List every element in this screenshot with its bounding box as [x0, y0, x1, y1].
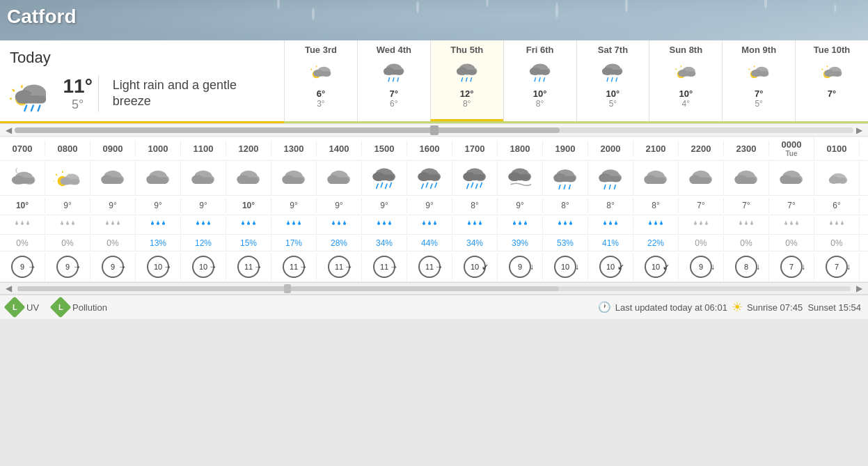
hour-wind-1100: 10→ — [181, 253, 226, 281]
forecast-day-tue3[interactable]: Tue 3rd 6° 3° — [284, 40, 357, 121]
svg-line-145 — [476, 184, 478, 188]
hour-rain-icon-1400 — [317, 217, 362, 233]
forecast-day-sun8[interactable]: Sun 8th 10° 4° — [649, 40, 722, 121]
hour-rain-icon-2200 — [679, 217, 724, 233]
svg-line-129 — [386, 184, 387, 188]
forecast-day-wed4[interactable]: Wed 4th 7° 6° — [357, 40, 430, 121]
hour-rain-pct-1500: 34% — [362, 235, 407, 251]
hour-time-0800: 0800 — [45, 141, 90, 157]
svg-line-35 — [393, 78, 393, 81]
hour-icon-1000 — [136, 162, 181, 195]
hour-icon-1800 — [498, 162, 543, 195]
hour-wind-1200: 11→ — [226, 253, 271, 281]
hour-wind-0000: 7↓ — [769, 253, 814, 281]
hour-time-1800: 1800 — [498, 141, 543, 157]
svg-rect-114 — [237, 177, 258, 184]
pollution-label: Pollution — [72, 302, 107, 313]
scroll-left-arrow-bottom[interactable]: ◀ — [3, 284, 15, 293]
svg-line-163 — [609, 185, 610, 189]
hour-rain-icon-1900 — [543, 217, 588, 233]
svg-marker-222 — [287, 220, 290, 224]
scroll-right-arrow-bottom[interactable]: ▶ — [853, 284, 865, 293]
svg-marker-282 — [740, 220, 742, 224]
hourly-section: 0700080009001000110012001300140015001600… — [0, 137, 868, 282]
scroll-left-arrow[interactable]: ◀ — [3, 125, 15, 135]
svg-marker-230 — [338, 220, 340, 224]
hour-rain-icon-0700 — [0, 217, 45, 233]
hour-wind-1000: 10→ — [136, 253, 181, 281]
last-updated-text: Last updated today at 06:01 — [615, 302, 727, 313]
svg-marker-258 — [559, 220, 561, 224]
hour-rain-pct-1800: 39% — [498, 235, 543, 251]
hour-time-0000: 0000Tue — [769, 137, 814, 160]
forecast-day-name: Wed 4th — [361, 45, 427, 55]
uv-badge-item: L UV — [7, 300, 39, 315]
hour-rain-pct-1200: 15% — [226, 235, 271, 251]
svg-rect-184 — [830, 178, 846, 183]
svg-point-7 — [555, 3, 558, 18]
svg-marker-232 — [344, 220, 346, 224]
svg-marker-204 — [152, 220, 154, 224]
hour-time-2200: 2200 — [679, 141, 724, 157]
svg-marker-276 — [695, 220, 697, 224]
svg-line-128 — [381, 182, 382, 187]
clock-icon: 🕐 — [598, 301, 611, 313]
hour-time-1600: 1600 — [407, 141, 452, 157]
forecast-day-fri6[interactable]: Fri 6th 10° 8° — [503, 40, 576, 121]
hour-rain-icon-0100 — [814, 217, 860, 233]
hour-rain-pct-0800: 0% — [45, 235, 90, 251]
forecast-day-sat7[interactable]: Sat 7th 10° 5° — [576, 40, 649, 121]
forecast-day-name: Thu 5th — [434, 45, 500, 55]
forecast-day-mon9[interactable]: Mon 9th 7° 5° — [722, 40, 795, 121]
svg-marker-198 — [106, 220, 109, 224]
forecast-day-name: Mon 9th — [725, 45, 792, 55]
forecast-day-name: Fri 6th — [507, 45, 574, 55]
hour-temp-1600: 9° — [407, 198, 452, 213]
hour-wind-1700: 10↙ — [452, 253, 498, 281]
hour-rain-pct-1000: 13% — [136, 235, 181, 251]
svg-line-130 — [390, 182, 391, 187]
pollution-badge-item: L Pollution — [53, 300, 107, 315]
svg-line-55 — [608, 78, 608, 81]
svg-line-34 — [388, 78, 389, 81]
hour-rain-pct-1100: 12% — [181, 235, 226, 251]
hour-icon-1200 — [226, 162, 271, 195]
hour-rain-pct-1700: 34% — [452, 235, 498, 251]
pollution-badge-diamond: L — [50, 296, 72, 318]
svg-line-80 — [822, 69, 823, 70]
hour-rain-pct-1600: 44% — [407, 235, 452, 251]
hour-time-1200: 1200 — [226, 141, 271, 157]
svg-marker-226 — [299, 220, 301, 224]
hour-icon-2100 — [633, 162, 679, 195]
uv-badge-diamond: L — [3, 296, 25, 318]
hour-icon-1900 — [543, 162, 588, 195]
hour-wind-0100: 7↓ — [814, 253, 860, 281]
svg-line-12 — [13, 89, 15, 91]
svg-marker-294 — [830, 220, 833, 224]
svg-line-135 — [422, 184, 423, 188]
forecast-day-low: 5° — [580, 99, 647, 109]
forecast-day-icon — [818, 58, 846, 86]
bottom-scrollbar[interactable]: ◀ ▶ — [0, 282, 868, 295]
bottom-bar: L UV L Pollution 🕐 Last updated today at… — [0, 295, 868, 319]
svg-rect-134 — [418, 174, 439, 180]
scroll-right-arrow[interactable]: ▶ — [853, 125, 865, 135]
hour-rain-icon-1800 — [498, 217, 543, 233]
svg-line-164 — [615, 185, 616, 189]
bottom-right-section: 🕐 Last updated today at 06:01 ☀ Sunrise … — [598, 300, 861, 315]
hour-temp-0100: 6° — [814, 198, 860, 213]
forecast-day-high: 10° — [507, 88, 574, 99]
svg-marker-242 — [429, 220, 431, 224]
svg-line-36 — [397, 78, 398, 81]
svg-rect-84 — [825, 71, 842, 76]
forecast-day-tue10[interactable]: Tue 10th 7° — [795, 40, 868, 121]
forecast-day-low: 5° — [725, 99, 792, 109]
hour-temp-1500: 9° — [362, 198, 407, 213]
hour-wind-1500: 11→ — [362, 253, 407, 281]
hour-time-1700: 1700 — [452, 141, 498, 157]
top-scrollbar[interactable]: ◀ ▶ — [0, 124, 868, 137]
forecast-day-thu5[interactable]: Thu 5th 12° 8° — [430, 40, 503, 121]
hour-rain-pct-2100: 22% — [633, 235, 679, 251]
svg-marker-254 — [519, 220, 521, 224]
hour-icon-1500 — [362, 162, 407, 195]
